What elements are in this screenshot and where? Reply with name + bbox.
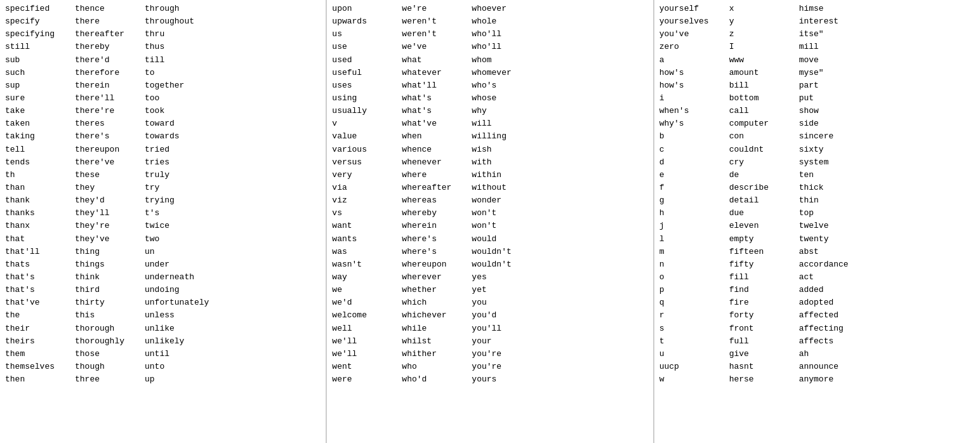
word-item: wherever bbox=[402, 271, 469, 284]
word-item: q bbox=[659, 296, 727, 309]
word-item: those bbox=[75, 348, 142, 360]
word-item: when's bbox=[659, 105, 727, 117]
word-item: act bbox=[799, 271, 866, 284]
word-item: r bbox=[659, 309, 727, 322]
word-item: whichever bbox=[402, 309, 469, 322]
word-item: u bbox=[659, 348, 727, 360]
word-item: find bbox=[729, 284, 797, 296]
word-item: vs bbox=[332, 207, 399, 220]
word-item: we've bbox=[402, 41, 469, 53]
word-item: describe bbox=[729, 182, 797, 194]
word-item: that's bbox=[5, 284, 72, 296]
word-item: s bbox=[659, 322, 727, 335]
word-item: thanks bbox=[5, 207, 72, 220]
word-item: were bbox=[332, 373, 399, 386]
word-item: uses bbox=[332, 79, 399, 92]
word-item: that bbox=[5, 233, 72, 246]
word-item: uucp bbox=[659, 360, 727, 373]
word-item: abst bbox=[799, 246, 866, 258]
section-1: uponupwardsususeusedusefulusesusingusual… bbox=[327, 0, 654, 443]
word-item: what've bbox=[402, 117, 469, 130]
word-item: while bbox=[402, 322, 469, 335]
word-item: won't bbox=[472, 207, 539, 220]
word-item: you've bbox=[659, 28, 727, 41]
word-item: was bbox=[332, 246, 399, 258]
word-item: want bbox=[332, 220, 399, 232]
word-item: they're bbox=[75, 220, 142, 232]
word-item: there're bbox=[75, 105, 142, 117]
word-item: con bbox=[729, 130, 797, 143]
word-item: to bbox=[145, 67, 212, 79]
word-item: move bbox=[799, 54, 866, 67]
word-item: interest bbox=[799, 15, 866, 28]
word-item: whereupon bbox=[402, 258, 469, 271]
word-item: specify bbox=[5, 15, 72, 28]
word-item: without bbox=[472, 182, 539, 194]
word-item: whereafter bbox=[402, 182, 469, 194]
word-item: th bbox=[5, 169, 72, 182]
word-item: m bbox=[659, 246, 727, 258]
word-item: n bbox=[659, 258, 727, 271]
word-item: specifying bbox=[5, 28, 72, 41]
word-item: yes bbox=[472, 271, 539, 284]
word-item: you're bbox=[472, 360, 539, 373]
word-item: whither bbox=[402, 348, 469, 360]
word-item: sixty bbox=[799, 143, 866, 156]
word-item: anymore bbox=[799, 373, 866, 386]
main-container: specifiedspecifyspecifyingstillsubsuchsu… bbox=[0, 0, 980, 443]
word-item: we're bbox=[402, 3, 469, 15]
word-item: versus bbox=[332, 156, 399, 169]
word-item: whomever bbox=[472, 67, 539, 79]
col-2-0: yourselfyourselvesyou'vezeroahow'show'si… bbox=[659, 3, 729, 440]
word-item: won't bbox=[472, 220, 539, 232]
word-item: which bbox=[402, 296, 469, 309]
word-item: accordance bbox=[799, 258, 866, 271]
word-item: sincere bbox=[799, 130, 866, 143]
word-item: forty bbox=[729, 309, 797, 322]
word-item: b bbox=[659, 130, 727, 143]
word-item: upon bbox=[332, 3, 399, 15]
word-item: us bbox=[332, 28, 399, 41]
word-item: you bbox=[472, 296, 539, 309]
word-item: undoing bbox=[145, 284, 212, 296]
word-item: whether bbox=[402, 284, 469, 296]
word-item: system bbox=[799, 156, 866, 169]
word-item: the bbox=[5, 309, 72, 322]
word-item: mill bbox=[799, 41, 866, 53]
word-item: various bbox=[332, 143, 399, 156]
word-item: take bbox=[5, 105, 72, 117]
word-item: taken bbox=[5, 117, 72, 130]
word-item: p bbox=[659, 284, 727, 296]
word-item: wouldn't bbox=[472, 246, 539, 258]
word-item: v bbox=[332, 117, 399, 130]
word-item: herse bbox=[729, 373, 797, 386]
word-item: together bbox=[145, 79, 212, 92]
word-item: things bbox=[75, 258, 142, 271]
word-item: with bbox=[472, 156, 539, 169]
word-item: unfortunately bbox=[145, 296, 212, 309]
word-item: useful bbox=[332, 67, 399, 79]
word-item: affecting bbox=[799, 322, 866, 335]
word-item: de bbox=[729, 169, 797, 182]
word-item: there've bbox=[75, 156, 142, 169]
word-item: they bbox=[75, 182, 142, 194]
word-item: there'd bbox=[75, 54, 142, 67]
word-item: cry bbox=[729, 156, 797, 169]
word-item: whereby bbox=[402, 207, 469, 220]
word-item: empty bbox=[729, 233, 797, 246]
word-item: tries bbox=[145, 156, 212, 169]
word-item: thru bbox=[145, 28, 212, 41]
word-item: z bbox=[729, 28, 797, 41]
word-item: these bbox=[75, 169, 142, 182]
col-1-1: we'reweren'tweren'twe'vewhatwhateverwhat… bbox=[402, 3, 472, 440]
word-item: viz bbox=[332, 194, 399, 207]
word-item: toward bbox=[145, 117, 212, 130]
word-item: who bbox=[402, 360, 469, 373]
word-item: unto bbox=[145, 360, 212, 373]
word-item: g bbox=[659, 194, 727, 207]
word-item: they'd bbox=[75, 194, 142, 207]
word-item: that'll bbox=[5, 246, 72, 258]
word-item: through bbox=[145, 3, 212, 15]
word-item: thence bbox=[75, 3, 142, 15]
word-item: whose bbox=[472, 92, 539, 105]
